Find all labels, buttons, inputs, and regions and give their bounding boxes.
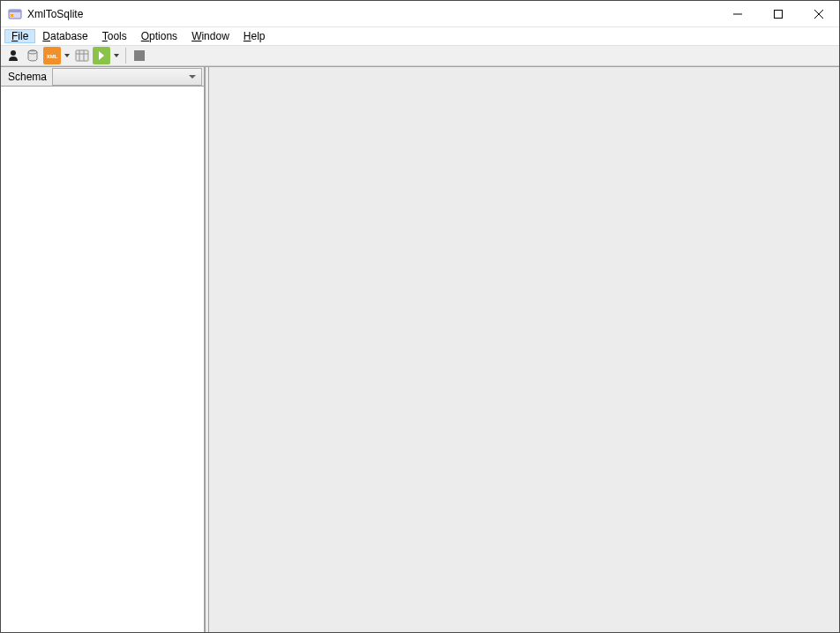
toolbar-separator	[125, 48, 126, 64]
xml-button[interactable]: XML	[43, 47, 61, 64]
schema-header: Schema	[1, 67, 204, 87]
minimize-button[interactable]	[717, 1, 758, 27]
app-icon	[8, 7, 22, 21]
schema-tree[interactable]	[1, 87, 204, 632]
sql-icon	[75, 49, 89, 63]
stop-button[interactable]	[131, 47, 148, 64]
schema-panel: Schema	[1, 67, 206, 632]
close-button[interactable]	[799, 1, 839, 27]
xml-dropdown[interactable]	[63, 54, 71, 57]
content-area: Schema	[1, 66, 839, 632]
menu-help[interactable]: Help	[236, 29, 273, 43]
menu-tools[interactable]: Tools	[95, 29, 134, 43]
svg-rect-1	[9, 10, 21, 12]
menu-options[interactable]: Options	[134, 29, 184, 43]
schema-combobox[interactable]	[52, 68, 202, 86]
export-icon	[94, 49, 109, 63]
open-db-button[interactable]	[24, 47, 41, 64]
chevron-down-icon	[64, 54, 70, 57]
stop-icon	[132, 49, 146, 63]
toolbar: XML	[1, 45, 839, 66]
xml-icon: XML	[45, 49, 59, 63]
open-db-icon	[26, 49, 40, 63]
menu-database[interactable]: Database	[35, 29, 94, 43]
menubar: File Database Tools Options Window Help	[1, 27, 839, 45]
user-icon	[6, 49, 20, 63]
sql-button[interactable]	[73, 47, 91, 64]
svg-rect-10	[76, 50, 88, 61]
menu-window[interactable]: Window	[184, 29, 236, 43]
main-panel	[209, 67, 839, 632]
export-dropdown[interactable]	[112, 54, 121, 57]
svg-text:XML: XML	[47, 54, 58, 59]
user-button[interactable]	[4, 47, 22, 64]
chevron-down-icon	[114, 54, 119, 57]
maximize-button[interactable]	[758, 1, 799, 27]
svg-rect-3	[775, 10, 783, 18]
titlebar: XmlToSqlite	[1, 1, 839, 27]
svg-point-6	[11, 50, 16, 56]
app-window: XmlToSqlite File Database Tools Options …	[0, 0, 840, 633]
window-title: XmlToSqlite	[27, 8, 83, 20]
schema-label: Schema	[1, 71, 52, 83]
menu-file[interactable]: File	[4, 29, 35, 43]
export-button[interactable]	[93, 47, 110, 64]
svg-rect-14	[134, 50, 145, 61]
